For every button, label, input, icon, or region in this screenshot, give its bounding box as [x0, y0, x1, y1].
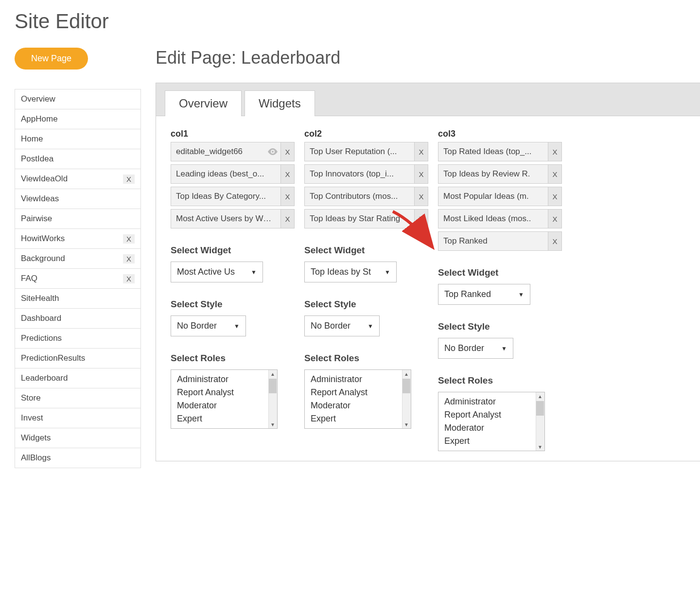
select-style-dropdown[interactable]: No Border▼	[304, 315, 380, 336]
sidebar-item-sitehealth[interactable]: SiteHealth	[15, 289, 140, 309]
select-value: Top Ranked	[444, 289, 491, 299]
close-icon[interactable]: X	[414, 210, 428, 228]
sidebar-item-howitworks[interactable]: HowitWorksX	[15, 229, 140, 249]
chevron-down-icon: ▼	[501, 345, 507, 352]
chevron-down-icon: ▼	[368, 323, 373, 330]
close-icon[interactable]: X	[280, 165, 294, 183]
role-option[interactable]: Moderator	[177, 399, 277, 412]
select-value: Most Active Us	[177, 267, 235, 277]
widget-label: Top Ideas By Category...	[171, 192, 280, 201]
sidebar-item-leaderboard[interactable]: Leaderboard	[15, 368, 140, 388]
close-icon[interactable]: X	[548, 142, 561, 161]
close-icon[interactable]: X	[414, 187, 428, 206]
select-style-dropdown[interactable]: No Border▼	[171, 315, 246, 336]
select-roles-label: Select Roles	[171, 353, 295, 364]
close-icon[interactable]: X	[123, 234, 135, 244]
sidebar-item-overview[interactable]: Overview	[15, 89, 140, 109]
close-icon[interactable]: X	[548, 165, 561, 183]
role-option[interactable]: Expert	[311, 412, 411, 425]
sidebar-item-label: Store	[21, 393, 41, 403]
tab-overview[interactable]: Overview	[165, 90, 242, 116]
widget-label: Top Contributors (mos...	[305, 192, 414, 201]
role-option[interactable]: Report Analyst	[311, 386, 411, 399]
sidebar-item-viewideaold[interactable]: ViewIdeaOldX	[15, 169, 140, 189]
close-icon[interactable]: X	[280, 187, 294, 206]
sidebar-item-viewideas[interactable]: ViewIdeas	[15, 189, 140, 209]
scrollbar[interactable]: ▲▼	[268, 370, 277, 428]
role-option[interactable]: Administrator	[177, 373, 277, 386]
sidebar-item-invest[interactable]: Invest	[15, 408, 140, 428]
chevron-down-icon: ▼	[385, 269, 390, 276]
role-option[interactable]: Moderator	[444, 421, 544, 435]
widget-item[interactable]: Top RankedX	[438, 231, 562, 251]
select-widget-dropdown[interactable]: Top Ideas by St▼	[304, 262, 397, 282]
roles-listbox[interactable]: AdministratorReport AnalystModeratorExpe…	[438, 392, 545, 451]
select-style-dropdown[interactable]: No Border▼	[438, 338, 513, 359]
widget-item[interactable]: Top Contributors (mos...X	[304, 187, 428, 206]
widget-item[interactable]: Leading ideas (best_o...X	[171, 164, 295, 184]
sidebar-item-pairwise[interactable]: Pairwise	[15, 209, 140, 229]
role-option[interactable]: Report Analyst	[177, 386, 277, 399]
scroll-thumb[interactable]	[269, 379, 277, 393]
role-option[interactable]: Report Analyst	[444, 408, 544, 421]
sidebar-item-faq[interactable]: FAQX	[15, 269, 140, 289]
sidebar-item-label: Invest	[21, 413, 43, 423]
close-icon[interactable]: X	[280, 142, 294, 161]
scroll-down-icon[interactable]: ▼	[268, 420, 277, 428]
select-widget-dropdown[interactable]: Most Active Us▼	[171, 262, 263, 282]
roles-listbox[interactable]: AdministratorReport AnalystModeratorExpe…	[304, 369, 411, 429]
scroll-thumb[interactable]	[536, 401, 544, 416]
close-icon[interactable]: X	[123, 254, 135, 263]
scroll-thumb[interactable]	[402, 379, 410, 393]
scroll-down-icon[interactable]: ▼	[536, 443, 544, 451]
tab-widgets[interactable]: Widgets	[245, 90, 315, 116]
role-option[interactable]: Member	[177, 425, 277, 429]
role-option[interactable]: Member	[311, 425, 411, 429]
select-roles-label: Select Roles	[438, 375, 562, 386]
scrollbar[interactable]: ▲▼	[402, 370, 411, 428]
close-icon[interactable]: X	[548, 187, 561, 206]
close-icon[interactable]: X	[548, 232, 561, 250]
role-option[interactable]: Administrator	[444, 395, 544, 408]
widget-item[interactable]: Top Innovators (top_i...X	[304, 164, 428, 184]
close-icon[interactable]: X	[123, 175, 135, 184]
sidebar-item-predictions[interactable]: Predictions	[15, 329, 140, 349]
scroll-up-icon[interactable]: ▲	[402, 370, 411, 378]
widget-item[interactable]: Top Rated Ideas (top_...X	[438, 142, 562, 161]
widget-item[interactable]: Top Ideas By Category...X	[171, 187, 295, 206]
role-option[interactable]: Moderator	[311, 399, 411, 412]
scroll-down-icon[interactable]: ▼	[402, 420, 411, 428]
role-option[interactable]: Administrator	[311, 373, 411, 386]
scroll-up-icon[interactable]: ▲	[536, 392, 544, 400]
widget-item[interactable]: Top User Reputation (...X	[304, 142, 428, 161]
widget-item[interactable]: editable_widget66X	[171, 142, 295, 161]
widget-item[interactable]: Top Ideas by Review R.X	[438, 164, 562, 184]
role-option[interactable]: Expert	[444, 435, 544, 448]
scrollbar[interactable]: ▲▼	[536, 392, 544, 451]
sidebar-item-store[interactable]: Store	[15, 388, 140, 408]
widget-item[interactable]: Most Popular Ideas (m.X	[438, 187, 562, 206]
close-icon[interactable]: X	[280, 210, 294, 228]
role-option[interactable]: Expert	[177, 412, 277, 425]
sidebar-item-home[interactable]: Home	[15, 129, 140, 149]
close-icon[interactable]: X	[414, 165, 428, 183]
scroll-up-icon[interactable]: ▲	[268, 370, 277, 378]
sidebar-item-postidea[interactable]: PostIdea	[15, 149, 140, 169]
sidebar-item-background[interactable]: BackgroundX	[15, 249, 140, 269]
sidebar-item-widgets[interactable]: Widgets	[15, 428, 140, 448]
sidebar-item-apphome[interactable]: AppHome	[15, 109, 140, 129]
close-icon[interactable]: X	[548, 210, 561, 228]
widget-item[interactable]: Top Ideas by Star RatingX	[304, 209, 428, 228]
eye-icon[interactable]	[267, 148, 279, 155]
select-widget-dropdown[interactable]: Top Ranked▼	[438, 284, 530, 305]
widget-item[interactable]: Most Liked Ideas (mos..X	[438, 209, 562, 228]
roles-listbox[interactable]: AdministratorReport AnalystModeratorExpe…	[171, 369, 278, 429]
widget-item[interactable]: Most Active Users by WeekX	[171, 209, 295, 228]
sidebar-item-allblogs[interactable]: AllBlogs	[15, 448, 140, 468]
close-icon[interactable]: X	[123, 274, 135, 283]
close-icon[interactable]: X	[414, 142, 428, 161]
sidebar-item-predictionresults[interactable]: PredictionResults	[15, 349, 140, 368]
new-page-button[interactable]: New Page	[15, 48, 88, 70]
sidebar-item-dashboard[interactable]: Dashboard	[15, 309, 140, 329]
role-option[interactable]: Member	[444, 448, 544, 451]
